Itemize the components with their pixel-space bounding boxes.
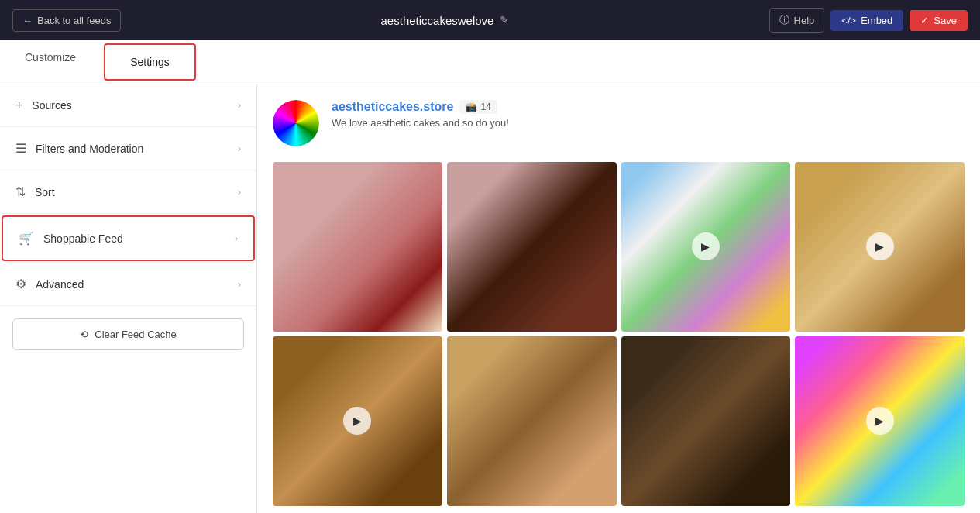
back-label: Back to all feeds [37,15,111,26]
post-thumb[interactable]: ▶ [795,162,965,332]
clear-cache-button[interactable]: ⟲ Clear Feed Cache [12,318,244,350]
post-image: ▶ [273,336,442,506]
play-icon: ▶ [866,232,894,260]
shoppable-icon: 🛒 [19,231,34,246]
advanced-label: Advanced [36,278,84,291]
advanced-icon: ⚙ [15,277,26,291]
sidebar-item-sources[interactable]: + Sources › [0,84,256,127]
profile-name-link[interactable]: aestheticcakes.store [332,100,453,114]
feed-title-area: aestheticcakeswelove ✎ [381,14,510,27]
posts-grid: ▶ ▶ ▶ ▶ [273,162,965,506]
post-count-badge: 📸 14 [459,100,497,114]
content-area: aestheticcakes.store 📸 14 We love aesthe… [257,84,980,513]
sidebar-item-advanced[interactable]: ⚙ Advanced › [0,263,256,306]
play-icon: ▶ [692,232,720,260]
main-layout: + Sources › ☰ Filters and Moderation › ⇅… [0,84,980,513]
sidebar-item-filters[interactable]: ☰ Filters and Moderation › [0,127,256,170]
help-label: Help [794,15,815,26]
post-image [447,336,617,506]
post-thumb[interactable] [447,336,617,506]
refresh-icon: ⟲ [80,329,88,340]
post-thumb[interactable]: ▶ [273,336,442,506]
post-image [447,162,617,332]
chevron-right-icon: › [238,279,241,290]
post-image: ▶ [621,162,791,332]
chevron-right-icon: › [238,100,241,111]
sort-icon: ⇅ [15,184,26,199]
help-button[interactable]: ⓘ Help [769,8,825,33]
sidebar-item-shoppable[interactable]: 🛒 Shoppable Feed › [2,215,255,261]
post-thumb[interactable]: ▶ [795,336,965,506]
check-icon: ✓ [920,15,929,26]
feed-name-text: aestheticcakeswelove [381,14,494,27]
embed-icon: </> [841,15,856,26]
header-left: ← Back to all feeds [12,9,121,32]
avatar-image [273,100,319,146]
back-button[interactable]: ← Back to all feeds [12,9,121,32]
play-icon: ▶ [866,407,894,435]
profile-info: aestheticcakes.store 📸 14 We love aesthe… [332,100,509,129]
image-icon: 📸 [466,102,477,112]
tab-customize[interactable]: Customize [0,40,101,84]
post-thumb[interactable] [621,336,791,506]
save-button[interactable]: ✓ Save [910,10,968,31]
filters-icon: ☰ [15,141,26,156]
sidebar: + Sources › ☰ Filters and Moderation › ⇅… [0,84,257,513]
post-image [273,162,442,332]
sidebar-item-sort[interactable]: ⇅ Sort › [0,170,256,214]
tab-settings[interactable]: Settings [104,43,196,81]
profile-name-row: aestheticcakes.store 📸 14 [332,100,509,114]
back-chevron-icon: ← [22,15,33,26]
tab-bar: Customize Settings [0,40,980,84]
post-thumb[interactable] [273,162,442,332]
post-thumb[interactable]: ▶ [621,162,791,332]
play-icon: ▶ [343,407,371,435]
sort-label: Sort [35,186,55,198]
save-label: Save [934,15,957,26]
profile-section: aestheticcakes.store 📸 14 We love aesthe… [273,100,965,146]
post-count-value: 14 [480,102,490,112]
sources-icon: + [15,98,22,112]
filters-label: Filters and Moderation [36,143,143,155]
avatar [273,100,319,146]
header: ← Back to all feeds aestheticcakeswelove… [0,0,980,40]
chevron-right-icon: › [238,187,241,198]
embed-button[interactable]: </> Embed [830,10,903,31]
post-thumb[interactable] [447,162,617,332]
post-image: ▶ [795,336,965,506]
post-image [621,336,791,506]
post-image: ▶ [795,162,965,332]
header-right: ⓘ Help </> Embed ✓ Save [769,8,968,33]
sources-label: Sources [32,99,71,112]
embed-label: Embed [861,15,892,26]
clear-cache-label: Clear Feed Cache [95,329,177,340]
edit-icon[interactable]: ✎ [500,14,509,26]
shoppable-label: Shoppable Feed [43,232,123,245]
profile-bio: We love aesthetic cakes and so do you! [332,117,509,129]
chevron-right-icon: › [235,233,238,244]
chevron-right-icon: › [238,143,241,154]
help-icon: ⓘ [779,13,789,27]
